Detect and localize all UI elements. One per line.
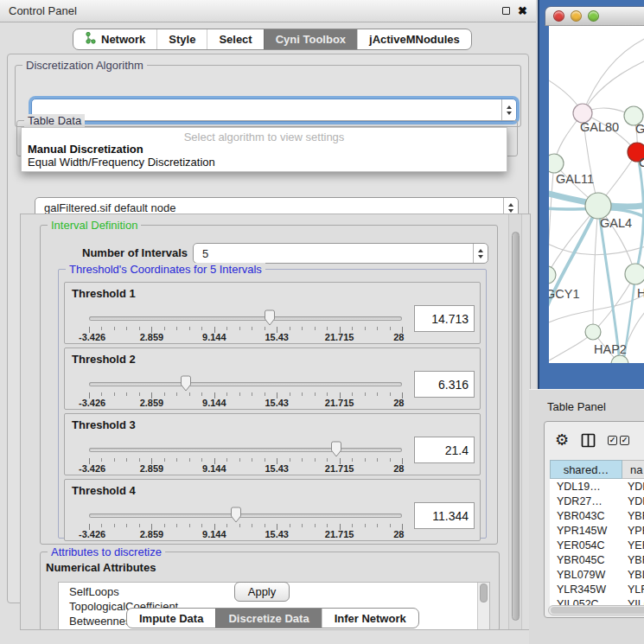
node-hap2[interactable] [585,324,601,340]
table-horizontal-scrollbar[interactable] [548,605,644,615]
number-of-intervals-combobox[interactable]: 5 [193,243,488,264]
number-of-intervals-label: Number of Intervals [82,246,188,259]
cyni-toolbox-panel: Discretization Algorithm Table Data galF… [7,54,529,603]
checkbox-icon[interactable]: ✓ [620,436,629,445]
table-row[interactable]: YLR345WYLR3 [550,582,644,596]
threshold-1-slider-track[interactable] [89,316,402,321]
threshold-4-scale: -3.426 2.859 9.144 15.43 21.715 28 [89,529,402,539]
close-icon[interactable]: ✖ [518,5,527,16]
table-row[interactable]: YPR145WYPR1 [550,523,644,538]
tab-discretize-data-label: Discretize Data [228,612,309,625]
table-row[interactable]: YBL079WYBL0 [550,567,644,582]
threshold-1-block: Threshold 1 -3.426 [64,282,481,344]
table-row[interactable]: YBR043CYBR0 [550,508,644,523]
network-window-titlebar[interactable] [545,6,644,26]
threshold-3-slider-track[interactable] [89,448,402,452]
tab-impute-data-label: Impute Data [139,612,203,625]
node-gal11[interactable] [549,154,564,173]
threshold-3-label: Threshold 3 [72,418,136,431]
gear-icon[interactable]: ⚙ [555,432,569,448]
float-window-icon[interactable] [502,7,510,15]
checkbox-icon[interactable]: ✓ [608,436,617,445]
table-panel-toolbar: ⚙ ✓ ✓ [545,422,644,458]
attributes-list-scrollbar[interactable] [477,583,489,630]
table-row[interactable]: YDR27…YDR2 [550,494,644,508]
threshold-1-label: Threshold 1 [72,287,136,300]
control-panel-titlebar: Control Panel ✖ [0,0,536,22]
tab-select[interactable]: Select [207,29,263,49]
apply-button[interactable]: Apply [234,582,290,602]
zoom-traffic-light-icon[interactable] [588,10,599,22]
table-data-value: galFiltered.sif default node [35,201,503,214]
node-label: GAL80 [580,120,619,134]
threshold-4-slider-thumb[interactable] [230,507,243,524]
dropdown-placeholder-option[interactable]: Select algorithm to view settings [22,128,507,143]
algorithm-combobox[interactable] [31,99,517,122]
node-label: GCY1 [549,287,580,301]
node-gal4[interactable] [585,193,611,219]
column-header-shared-name[interactable]: shared… [550,460,622,479]
table-row[interactable]: YDL19…YDL1 [550,479,644,494]
tab-network-label: Network [101,33,145,46]
control-panel-title: Control Panel [9,4,77,17]
discretization-algorithm-group: Discretization Algorithm [15,65,521,127]
node-gcy1[interactable] [549,266,556,284]
table-panel: ⚙ ✓ ✓ shared… na YDL19…YDL1 YDR27…YDR2 [544,421,644,618]
tab-network[interactable]: Network [73,29,156,49]
algorithm-dropdown-popup: Select algorithm to view settings Manual… [21,127,507,172]
combobox-stepper-icon[interactable] [501,99,516,121]
table-row[interactable]: YBR045CYBR0 [550,552,644,567]
table-panel-title: Table Panel [547,400,606,413]
combobox-stepper-icon[interactable] [473,244,488,263]
table-data-group-title: Table Data [24,114,85,127]
tab-discretize-data[interactable]: Discretize Data [215,609,321,628]
threshold-1-scale: -3.426 2.859 9.144 15.43 21.715 28 [89,332,402,342]
network-view-window: GAL80 GA C GAL11 GAL4 GCY1 H HAP2 [538,0,644,389]
columns-icon[interactable] [581,433,596,448]
tab-jactivemnodules[interactable]: jActiveMNodules [357,29,471,49]
close-traffic-light-icon[interactable] [553,10,564,22]
node-right-middle[interactable] [625,264,644,284]
threshold-1-value-field[interactable]: 14.713 [414,305,475,332]
dropdown-option-equal-width[interactable]: Equal Width/Frequency Discretization [22,156,507,169]
tab-infer-network-label: Infer Network [335,612,406,625]
tab-infer-network[interactable]: Infer Network [322,609,418,628]
threshold-4-value-field[interactable]: 11.344 [414,502,475,529]
node-label: GAL4 [600,216,632,230]
thresholds-group-title: Threshold's Coordinates for 5 Intervals [66,263,265,276]
table-row[interactable]: YER054CYER0 [550,538,644,552]
interval-definition-group: Interval Definition Number of Intervals … [40,225,498,545]
threshold-3-scale: -3.426 2.859 9.144 15.43 21.715 28 [89,463,402,474]
screenshot-stage: Control Panel ✖ Network [0,0,644,644]
network-canvas[interactable]: GAL80 GA C GAL11 GAL4 GCY1 H HAP2 [549,26,644,363]
table-header: shared… na [550,460,644,479]
column-header-name[interactable]: na [622,460,644,479]
threshold-1-slider-thumb[interactable] [263,309,276,327]
threshold-2-slider-thumb[interactable] [180,375,193,392]
top-tab-bar: Network Style Select Cyni Toolbox jActiv… [73,29,472,50]
settings-vertical-scrollbar[interactable] [508,214,522,629]
settings-scroll-panel: Interval Definition Number of Intervals … [20,214,531,630]
table-rows: YDL19…YDL1 YDR27…YDR2 YBR043CYBR0 YPR145… [550,479,644,611]
tab-jactivemnodules-label: jActiveMNodules [369,33,460,46]
tab-select-label: Select [219,33,252,46]
tab-style[interactable]: Style [156,29,207,49]
threshold-2-block: Threshold 2 -3.426 [64,348,481,410]
threshold-3-slider-thumb[interactable] [329,441,342,458]
threshold-4-slider-track[interactable] [89,513,402,518]
number-of-intervals-value: 5 [194,247,473,260]
minimize-traffic-light-icon[interactable] [571,10,582,22]
tab-cyni-toolbox[interactable]: Cyni Toolbox [264,29,357,49]
discretization-algorithm-group-title: Discretization Algorithm [22,59,147,72]
threshold-2-slider-track[interactable] [89,382,402,386]
numerical-attributes-label: Numerical Attributes [46,561,156,574]
network-graph: GAL80 GA C GAL11 GAL4 GCY1 H HAP2 [549,26,644,363]
dropdown-option-manual-discretization[interactable]: Manual Discretization [22,143,507,156]
threshold-3-value-field[interactable]: 21.4 [414,437,475,463]
threshold-2-value-field[interactable]: 6.316 [414,371,475,398]
node-label: GA [635,122,644,136]
threshold-4-block: Threshold 4 -3.426 [64,479,481,541]
node-label: GAL11 [556,172,594,186]
select-mode-icons: ✓ ✓ [608,436,629,445]
tab-impute-data[interactable]: Impute Data [127,609,215,628]
